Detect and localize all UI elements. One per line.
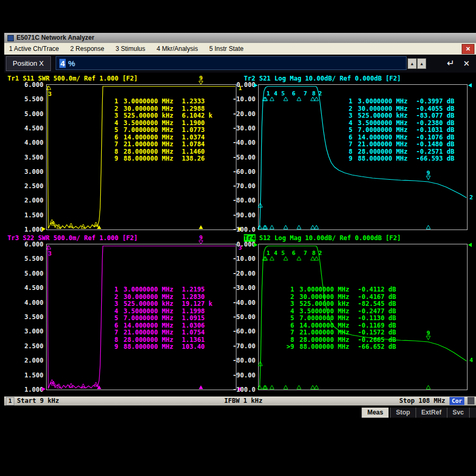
marker-row: 230.000000 MHz1.2988 (109, 105, 213, 113)
marker-triangle-icon (57, 224, 61, 228)
marker-num: 1 (285, 286, 294, 294)
network-analyzer-screen: E5071C Network Analyzer 1 Active Ch/Trac… (0, 0, 476, 476)
marker-number: 1 (267, 250, 270, 257)
menu-item-stimulus[interactable]: 3 Stimulus (111, 43, 150, 55)
marker-freq: 525.00000 kHz (124, 301, 175, 308)
marker-freq: 21.000000 MHz (124, 141, 175, 148)
marker-triangle-icon (468, 83, 472, 87)
marker-row: 43.5000000 MHz-0.2380 dB (343, 120, 454, 127)
marker-freq: 21.000000 MHz (358, 141, 410, 148)
y-axis-label: 6.000 (12, 81, 43, 89)
y-axis-label: 3.500 (12, 313, 43, 321)
enter-icon[interactable]: ↵ (444, 57, 457, 70)
marker-triangle-icon (297, 225, 301, 229)
marker-table-tr2: 13.0000000 MHz-0.3997 dB230.000000 MHz-0… (343, 98, 454, 163)
marker-value: -0.2665 dB (358, 337, 396, 344)
marker-number: 3 (48, 250, 52, 257)
marker-number: 4 (274, 90, 278, 97)
menu-item-active-ch-trace[interactable]: 1 Active Ch/Trace (4, 43, 64, 55)
marker-row: 230.000000 MHz1.2830 (109, 294, 213, 301)
marker-value: -0.4055 dB (416, 105, 454, 113)
marker-triangle-icon (311, 97, 315, 101)
y-axis-label: 4.500 (12, 284, 43, 292)
marker-num: 9 (109, 155, 118, 163)
marker-triangle-icon (314, 257, 319, 260)
marker-triangle-icon (270, 257, 274, 260)
y-axis-label: 1.000 (12, 386, 43, 393)
status-stop-freq: Stop 108 MHz (399, 397, 445, 404)
y-axis-label: 5.000 (12, 110, 43, 118)
marker-row: 230.000000 MHz-0.4167 dB (285, 294, 396, 301)
menu-item-response[interactable]: 2 Response (66, 43, 109, 55)
marker-value: -0.1130 dB (358, 315, 396, 322)
marker-row: 614.000000 MHz1.0306 (109, 322, 213, 330)
app-icon (7, 35, 14, 41)
tab-extref[interactable]: ExtRef (416, 408, 447, 418)
marker-triangle-icon (426, 176, 430, 180)
marker-row: 13.0000000 MHz-0.3997 dB (343, 98, 454, 105)
marker-row: 828.000000 MHz-0.2665 dB (285, 337, 396, 344)
y-axis-label: 4.500 (12, 125, 43, 132)
marker-triangle-icon (254, 83, 258, 87)
spinner-up2-icon[interactable]: ▲ (417, 58, 426, 69)
marker-freq: 525.00000 kHz (358, 112, 410, 120)
marker-num: 3 (343, 112, 352, 120)
menu-bar: 1 Active Ch/Trace 2 Response 3 Stimulus … (4, 43, 476, 55)
marker-value: 1.2988 (182, 105, 205, 113)
y-axis-label: -70.00 (224, 182, 255, 190)
marker-row: 721.000000 MHz1.0754 (109, 329, 213, 337)
spinner-up-icon[interactable]: ▲ (408, 58, 417, 69)
marker-freq: 28.000000 MHz (124, 148, 175, 156)
marker-num: 6 (285, 322, 294, 330)
tab-stop[interactable]: Stop (390, 408, 416, 418)
marker-row: 3525.00000 kHz19.127 k (109, 301, 213, 308)
entry-close-icon[interactable]: ✕ (460, 57, 473, 70)
marker-value: 1.0784 (182, 141, 205, 148)
marker-triangle-icon (297, 385, 301, 389)
menu-item-instr-state[interactable]: 5 Instr State (205, 43, 249, 55)
marker-row: 3525.00000 kHz-82.545 dB (285, 301, 396, 308)
marker-value: -82.545 dB (358, 301, 396, 308)
input-selected-text: 4 (59, 59, 66, 68)
tab-meas[interactable]: Meas (362, 408, 389, 418)
menu-item-mkr-analysis[interactable]: 4 Mkr/Analysis (152, 43, 202, 55)
marker-freq: 14.000000 MHz (124, 134, 175, 142)
marker-freq: 3.5000000 MHz (358, 120, 410, 127)
marker-value: 6.1042 k (182, 112, 213, 120)
plot-header-tr4[interactable]: Tr4 S12 Log Mag 10.00dB/ Ref 0.000dB [F2… (244, 234, 401, 242)
y-axis-label: -50.00 (224, 154, 255, 161)
close-icon[interactable]: ✕ (462, 44, 474, 54)
marker-number: 5 (281, 250, 285, 257)
tab-svc[interactable]: Svc (447, 408, 469, 418)
marker-table-tr1: 13.0000000 MHz1.2333230.000000 MHz1.2988… (109, 98, 213, 163)
marker-row: 721.000000 MHz1.0784 (109, 141, 213, 148)
y-axis-label: -30.00 (224, 284, 255, 292)
plot-header-tr2[interactable]: Tr2 S21 Log Mag 10.00dB/ Ref 0.000dB [F2… (244, 75, 401, 82)
marker-value: 103.40 (182, 343, 205, 351)
marker-num: 3 (285, 301, 294, 308)
position-x-input[interactable]: 4 % (56, 56, 407, 70)
marker-value: 1.0374 (182, 134, 205, 142)
y-axis-label: 6.000 (12, 241, 43, 248)
marker-row: 614.000000 MHz-0.1169 dB (285, 322, 396, 330)
y-axis-label: 4.000 (12, 299, 43, 306)
y-axis-label: 0.000 (224, 81, 255, 89)
marker-value: -66.593 dB (416, 155, 454, 163)
marker-num: 5 (343, 127, 352, 134)
marker-num: 5 (109, 315, 118, 322)
y-axis-label: 1.500 (12, 372, 43, 379)
marker-num: 4 (343, 120, 352, 127)
window-title: E5071C Network Analyzer (16, 34, 94, 41)
marker-row: 57.0000000 MHz1.0915 (109, 315, 213, 322)
marker-freq: 3.5000000 MHz (124, 308, 175, 315)
window-titlebar[interactable]: E5071C Network Analyzer (4, 33, 476, 43)
marker-num: 6 (109, 322, 118, 330)
marker-triangle-icon (314, 225, 319, 229)
marker-num: 2 (343, 105, 352, 113)
channel-indicator[interactable]: 1 (6, 397, 14, 406)
marker-freq: 7.0000000 MHz (299, 315, 351, 322)
marker-freq: 7.0000000 MHz (124, 315, 175, 322)
y-axis-label: -10.00 (224, 255, 255, 262)
marker-num: 8 (109, 148, 118, 156)
marker-freq: 3.5000000 MHz (124, 120, 175, 127)
